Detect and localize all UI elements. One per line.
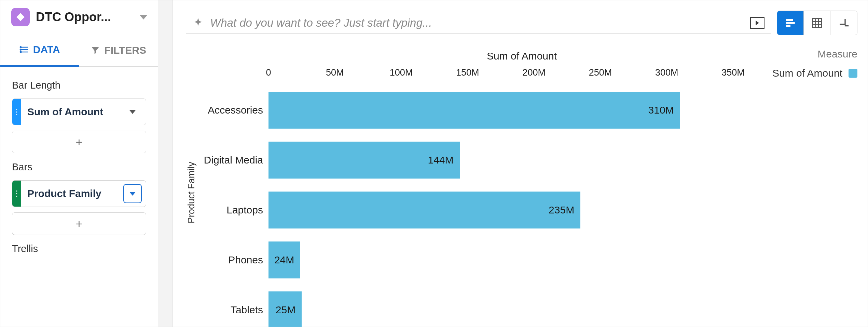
category-label: Accessories bbox=[200, 85, 268, 135]
query-input[interactable] bbox=[210, 16, 750, 29]
bar[interactable]: 144M bbox=[268, 142, 460, 179]
play-icon bbox=[756, 21, 759, 25]
chevron-down-icon bbox=[139, 15, 148, 19]
x-tick: 350M bbox=[721, 67, 745, 78]
category-label: Phones bbox=[200, 235, 268, 285]
bars-container: 310M144M235M24M25M bbox=[268, 85, 733, 327]
main: Measure Sum of Amount Sum of Amount Prod… bbox=[173, 0, 868, 327]
chart-mode-button[interactable] bbox=[777, 11, 804, 35]
view-mode-group bbox=[777, 11, 857, 35]
bar[interactable]: 25M bbox=[268, 291, 302, 327]
svg-point-4 bbox=[20, 47, 21, 48]
drag-handle-icon[interactable]: ⋮ bbox=[12, 181, 21, 207]
bar-row: 144M bbox=[268, 135, 733, 185]
bar-row: 24M bbox=[268, 235, 733, 285]
bar-row: 25M bbox=[268, 285, 733, 327]
dimension-pill-menu[interactable] bbox=[123, 184, 142, 203]
category-label: Laptops bbox=[200, 185, 268, 235]
dataset-title: DTC Oppor... bbox=[36, 10, 136, 24]
tab-data-label: DATA bbox=[33, 44, 60, 55]
bars-label: Bars bbox=[12, 161, 146, 173]
bar[interactable]: 24M bbox=[268, 241, 300, 278]
category-label: Tablets bbox=[200, 285, 268, 327]
bar[interactable]: 310M bbox=[268, 92, 680, 129]
measure-pill-label: Sum of Amount bbox=[21, 99, 123, 125]
chevron-down-icon bbox=[129, 110, 136, 114]
svg-rect-8 bbox=[786, 22, 795, 24]
svg-rect-9 bbox=[786, 25, 790, 27]
saql-mode-button[interactable] bbox=[830, 11, 857, 35]
x-axis-ticks: 050M100M150M200M250M300M350M bbox=[268, 50, 733, 67]
category-label: Digital Media bbox=[200, 135, 268, 185]
x-tick: 50M bbox=[326, 67, 344, 78]
svg-rect-7 bbox=[786, 19, 793, 21]
tab-filters-label: FILTERS bbox=[104, 44, 146, 56]
measure-pill[interactable]: ⋮ Sum of Amount bbox=[12, 99, 146, 125]
x-tick: 150M bbox=[456, 67, 479, 78]
x-tick: 300M bbox=[655, 67, 678, 78]
sidebar-gutter bbox=[158, 0, 173, 327]
x-tick: 100M bbox=[390, 67, 413, 78]
sidebar-tabs: DATA FILTERS bbox=[0, 34, 158, 67]
run-query-button[interactable] bbox=[750, 17, 764, 29]
dataset-icon bbox=[11, 8, 30, 26]
category-axis: AccessoriesDigital MediaLaptopsPhonesTab… bbox=[200, 50, 268, 327]
dimension-pill-label: Product Family bbox=[21, 181, 123, 207]
tab-filters[interactable]: FILTERS bbox=[79, 34, 158, 66]
svg-marker-0 bbox=[16, 13, 24, 21]
x-tick: 250M bbox=[589, 67, 612, 78]
dataset-selector[interactable]: DTC Oppor... bbox=[0, 0, 158, 34]
sidebar: DTC Oppor... DATA FILTERS Bar Length bbox=[0, 0, 158, 327]
bar-length-label: Bar Length bbox=[12, 80, 146, 91]
data-panel: Bar Length ⋮ Sum of Amount + Bars ⋮ Prod… bbox=[0, 67, 158, 257]
tab-data[interactable]: DATA bbox=[0, 34, 79, 67]
trellis-label: Trellis bbox=[12, 243, 146, 254]
svg-rect-10 bbox=[813, 18, 822, 27]
table-mode-button[interactable] bbox=[804, 11, 830, 35]
chevron-down-icon bbox=[129, 192, 136, 196]
dimension-pill[interactable]: ⋮ Product Family bbox=[12, 180, 146, 207]
x-tick: 200M bbox=[522, 67, 546, 78]
drag-handle-icon[interactable]: ⋮ bbox=[12, 99, 21, 125]
x-tick: 0 bbox=[266, 67, 271, 78]
y-axis-label: Product Family bbox=[186, 162, 197, 223]
query-box bbox=[186, 12, 771, 34]
bar-row: 235M bbox=[268, 185, 733, 235]
plot-area: 050M100M150M200M250M300M350M 310M144M235… bbox=[268, 50, 733, 327]
bar[interactable]: 235M bbox=[268, 192, 580, 228]
measure-pill-menu[interactable] bbox=[123, 102, 142, 121]
bar-row: 310M bbox=[268, 85, 733, 135]
svg-point-6 bbox=[20, 51, 21, 52]
add-measure-button[interactable]: + bbox=[12, 131, 146, 153]
chart: Sum of Amount Product Family Accessories… bbox=[186, 50, 857, 327]
add-dimension-button[interactable]: + bbox=[12, 212, 146, 235]
svg-point-5 bbox=[20, 49, 21, 50]
sparkle-icon bbox=[192, 17, 204, 29]
